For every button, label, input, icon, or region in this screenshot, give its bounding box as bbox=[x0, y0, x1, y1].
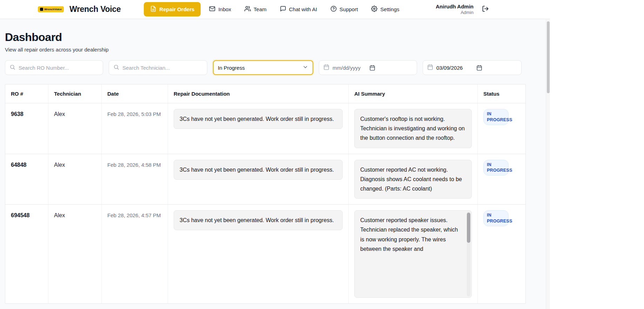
date-to-value: 03/09/2026 bbox=[436, 65, 463, 71]
status-badge: IN PROGRESS bbox=[483, 160, 509, 176]
ro-search-field[interactable] bbox=[5, 60, 103, 75]
ai-summary: Customer reported AC not working. Diagno… bbox=[354, 160, 472, 199]
technician-search-input[interactable] bbox=[122, 65, 203, 71]
date-picker-icon[interactable] bbox=[369, 65, 375, 71]
ro-number: 694548 bbox=[5, 205, 48, 303]
nav-inbox[interactable]: Inbox bbox=[204, 2, 236, 16]
page-scrollbar-thumb[interactable] bbox=[547, 21, 550, 93]
status-badge: IN PROGRESS bbox=[483, 210, 509, 226]
help-circle-icon bbox=[330, 6, 337, 13]
ai-summary-scrollbar-thumb[interactable] bbox=[467, 213, 470, 243]
table-row[interactable]: 64848 Alex Feb 28, 2026, 4:58 PM 3Cs hav… bbox=[5, 154, 525, 205]
nav-label: Support bbox=[340, 6, 358, 12]
nav-label: Team bbox=[254, 6, 267, 12]
nav-repair-orders[interactable]: Repair Orders bbox=[144, 2, 201, 16]
ro-number: 9638 bbox=[5, 103, 48, 154]
page-title: Dashboard bbox=[5, 31, 526, 44]
nav-team[interactable]: Team bbox=[240, 2, 271, 16]
message-square-icon bbox=[280, 6, 286, 13]
technician-name: Alex bbox=[48, 154, 101, 205]
technician-search-field[interactable] bbox=[109, 60, 207, 75]
repair-documentation: 3Cs have not yet been generated. Work or… bbox=[174, 160, 343, 180]
nav-label: Inbox bbox=[218, 6, 231, 12]
app-title: Wrench Voice bbox=[69, 5, 121, 14]
page-scrollbar[interactable] bbox=[546, 19, 550, 309]
date-from-value: mm/dd/yyyy bbox=[333, 65, 361, 71]
order-date: Feb 28, 2026, 4:57 PM bbox=[101, 205, 168, 303]
technician-name: Alex bbox=[48, 103, 101, 154]
app-window: WrenchVoice Wrench Voice Repair Orders I… bbox=[0, 0, 550, 309]
nav-label: Repair Orders bbox=[159, 6, 194, 12]
search-icon bbox=[113, 64, 119, 71]
user-info: Anirudh Admin Admin bbox=[436, 4, 474, 15]
table-header-row: RO # Technician Date Repair Documentatio… bbox=[5, 84, 525, 103]
gear-icon bbox=[371, 6, 377, 13]
col-header-ro: RO # bbox=[5, 84, 48, 103]
ai-summary-text: Customer reported speaker issues. Techni… bbox=[360, 217, 458, 252]
nav-label: Settings bbox=[380, 6, 399, 12]
user-area: Anirudh Admin Admin bbox=[436, 4, 490, 15]
ai-summary: Customer's rooftop is not working. Techn… bbox=[354, 109, 472, 148]
order-date: Feb 28, 2026, 5:03 PM bbox=[101, 103, 168, 154]
col-header-date: Date bbox=[101, 84, 168, 103]
nav-support[interactable]: Support bbox=[326, 2, 363, 16]
logout-icon bbox=[482, 8, 489, 13]
repair-documentation: 3Cs have not yet been generated. Work or… bbox=[174, 210, 343, 230]
nav-chat-with-ai[interactable]: Chat with AI bbox=[275, 2, 322, 16]
mail-icon bbox=[209, 6, 215, 13]
status-badge: IN PROGRESS bbox=[483, 109, 509, 125]
ro-search-input[interactable] bbox=[19, 65, 99, 71]
repair-orders-table: RO # Technician Date Repair Documentatio… bbox=[5, 84, 526, 304]
col-header-status: Status bbox=[477, 84, 522, 103]
nav-label: Chat with AI bbox=[289, 6, 317, 12]
technician-name: Alex bbox=[48, 205, 101, 303]
file-text-icon bbox=[150, 6, 156, 13]
logo-icon bbox=[40, 8, 43, 11]
calendar-icon bbox=[427, 64, 433, 71]
search-icon bbox=[9, 64, 15, 71]
order-date: Feb 28, 2026, 4:58 PM bbox=[101, 154, 168, 205]
nav-settings[interactable]: Settings bbox=[366, 2, 404, 16]
col-header-technician: Technician bbox=[48, 84, 101, 103]
filter-bar: In Progress mm/dd/yyyy 03/09/2026 bbox=[5, 60, 526, 75]
logout-button[interactable] bbox=[481, 5, 490, 14]
users-icon bbox=[244, 6, 251, 13]
user-role: Admin bbox=[436, 10, 474, 15]
status-filter-select[interactable]: In Progress bbox=[213, 60, 313, 75]
user-name: Anirudh Admin bbox=[436, 4, 474, 9]
logo-text: WrenchVoice bbox=[44, 8, 62, 11]
repair-documentation: 3Cs have not yet been generated. Work or… bbox=[174, 109, 343, 129]
date-picker-icon[interactable] bbox=[476, 65, 482, 71]
top-nav: WrenchVoice Wrench Voice Repair Orders I… bbox=[0, 0, 550, 19]
date-to-input[interactable]: 03/09/2026 bbox=[423, 60, 522, 75]
main-content: Dashboard View all repair orders across … bbox=[0, 19, 550, 304]
calendar-icon bbox=[323, 64, 329, 71]
chevron-down-icon bbox=[302, 64, 308, 71]
col-header-documentation: Repair Documentation bbox=[168, 84, 348, 103]
app-logo: WrenchVoice bbox=[38, 6, 64, 12]
date-from-input[interactable]: mm/dd/yyyy bbox=[319, 60, 417, 75]
col-header-ai-summary: AI Summary bbox=[348, 84, 477, 103]
main-nav: Repair Orders Inbox Team Chat with AI Su… bbox=[144, 2, 436, 16]
status-filter-value: In Progress bbox=[218, 65, 245, 71]
table-row[interactable]: 9638 Alex Feb 28, 2026, 5:03 PM 3Cs have… bbox=[5, 103, 525, 154]
ro-number: 64848 bbox=[5, 154, 48, 205]
table-row[interactable]: 694548 Alex Feb 28, 2026, 4:57 PM 3Cs ha… bbox=[5, 204, 525, 303]
ai-summary: Customer reported speaker issues. Techni… bbox=[354, 210, 472, 298]
page-subtitle: View all repair orders across your deale… bbox=[5, 47, 526, 53]
brand: WrenchVoice Wrench Voice bbox=[38, 5, 121, 14]
